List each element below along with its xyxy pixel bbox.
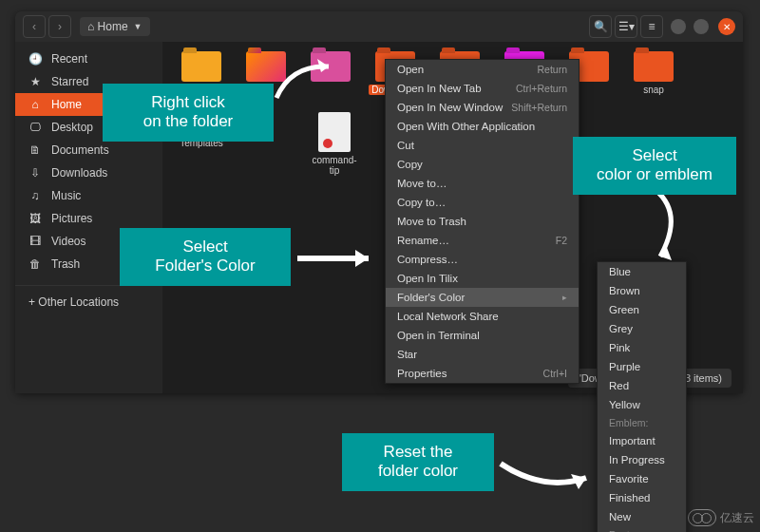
menu-label: Rename… (397, 235, 449, 246)
arrow-icon (496, 445, 600, 502)
menu-item[interactable]: Move to Trash (386, 212, 579, 231)
arrow-icon (627, 185, 694, 271)
menu-item[interactable]: Open In New WindowShift+Return (386, 98, 579, 117)
callout-reset: Reset thefolder color (342, 433, 494, 491)
menu-item[interactable]: OpenReturn (386, 60, 579, 79)
home-icon: ⌂ (87, 20, 94, 33)
sidebar-label: Recent (51, 52, 87, 66)
sidebar-label: Trash (51, 257, 80, 271)
sidebar-icon: 🖵 (28, 121, 42, 134)
other-locations[interactable]: + Other Locations (15, 285, 162, 314)
menu-item[interactable]: PropertiesCtrl+I (386, 364, 579, 383)
menu-label: Open With Other Application (397, 121, 535, 132)
menu-label: Cut (397, 140, 414, 151)
sidebar-label: Starred (51, 75, 88, 88)
menu-label: Folder's Color (397, 292, 465, 303)
submenu-header: Emblem: (598, 414, 686, 431)
sidebar-label: Music (51, 189, 81, 202)
menu-item[interactable]: Cut (386, 136, 579, 155)
emblem-option[interactable]: Favorite (598, 469, 686, 488)
color-submenu: BlueBrownGreenGreyPinkPurpleRedYellowEmb… (597, 261, 687, 532)
sidebar-icon: ♫ (28, 189, 42, 202)
chevron-down-icon: ▼ (134, 22, 142, 31)
sidebar-icon: 🗎 (28, 143, 42, 157)
menu-label: Move to Trash (397, 216, 466, 227)
sidebar-icon: ⇩ (28, 166, 42, 180)
menu-item[interactable]: Move to… (386, 174, 579, 193)
menu-label: Open In New Window (397, 102, 503, 113)
color-option[interactable]: Grey (598, 319, 686, 338)
folder-icon (181, 51, 221, 82)
emblem-option[interactable]: Finished (598, 488, 686, 507)
folder-item[interactable]: snap (628, 51, 679, 95)
view-toggle-button[interactable]: ☰▾ (615, 15, 637, 38)
sidebar-label: Home (51, 98, 82, 111)
file-item[interactable]: command-tip (309, 112, 360, 176)
close-button[interactable]: ✕ (718, 18, 735, 35)
back-button[interactable]: ‹ (23, 15, 46, 38)
minimize-button[interactable] (671, 19, 686, 34)
sidebar-item-recent[interactable]: 🕘Recent (15, 48, 162, 70)
color-option[interactable]: Red (598, 376, 686, 395)
sidebar-icon: 🗑 (28, 257, 42, 271)
menu-item[interactable]: Folder's Color▸ (386, 288, 579, 307)
folder-label: snap (643, 85, 664, 95)
menu-label: Star (397, 349, 417, 360)
titlebar: ‹ › ⌂ Home ▼ 🔍 ☰▾ ≡ ✕ (15, 11, 743, 42)
color-option[interactable]: Brown (598, 281, 686, 300)
menu-label: Open (397, 64, 424, 75)
color-option[interactable]: Green (598, 300, 686, 319)
color-option[interactable]: Yellow (598, 395, 686, 414)
callout-selectemblem: Selectcolor or emblem (573, 137, 736, 195)
menu-item[interactable]: Compress… (386, 250, 579, 269)
emblem-option[interactable]: Important (598, 431, 686, 450)
breadcrumb[interactable]: ⌂ Home ▼ (80, 17, 150, 36)
forward-button[interactable]: › (48, 15, 71, 38)
hamburger-menu-button[interactable]: ≡ (640, 15, 663, 38)
emblem-option[interactable]: New (598, 507, 686, 526)
menu-item[interactable]: Star (386, 345, 579, 364)
watermark: 亿速云 (688, 509, 754, 526)
sidebar-icon: 🎞 (28, 235, 42, 248)
sidebar-icon: ★ (28, 75, 42, 88)
menu-item[interactable]: Copy (386, 155, 579, 174)
menu-item[interactable]: Copy to… (386, 193, 579, 212)
sidebar-label: Videos (51, 235, 86, 248)
maximize-button[interactable] (694, 19, 709, 34)
menu-item[interactable]: Open In Tilix (386, 269, 579, 288)
menu-item[interactable]: Local Network Share (386, 307, 579, 326)
menu-item[interactable]: Rename…F2 (386, 231, 579, 250)
sidebar-item-pictures[interactable]: 🖼Pictures (15, 207, 162, 230)
context-menu: OpenReturnOpen In New TabCtrl+ReturnOpen… (385, 59, 580, 384)
sidebar-item-documents[interactable]: 🗎Documents (15, 139, 162, 162)
menu-item[interactable]: Open in Terminal (386, 326, 579, 345)
sidebar-item-music[interactable]: ♫Music (15, 184, 162, 207)
chevron-right-icon: ▸ (562, 293, 567, 302)
callout-selectcolor: SelectFolder's Color (120, 228, 291, 286)
color-option[interactable]: Pink (598, 338, 686, 357)
arrow-icon (293, 239, 388, 277)
shortcut-label: Shift+Return (511, 102, 567, 113)
menu-item[interactable]: Open In New TabCtrl+Return (386, 79, 579, 98)
callout-rightclick: Right clickon the folder (103, 84, 274, 142)
sidebar-label: Downloads (51, 166, 107, 180)
menu-label: Properties (397, 368, 446, 379)
sidebar-icon: 🖼 (28, 212, 42, 225)
sidebar-icon: 🕘 (28, 52, 42, 66)
menu-item[interactable]: Open With Other Application (386, 117, 579, 136)
menu-label: Copy to… (397, 197, 446, 208)
menu-label: Open In New Tab (397, 83, 482, 94)
sidebar-item-downloads[interactable]: ⇩Downloads (15, 162, 162, 184)
menu-label: Open in Terminal (397, 330, 480, 341)
search-button[interactable]: 🔍 (589, 15, 612, 38)
menu-label: Copy (397, 159, 423, 170)
shortcut-label: F2 (556, 235, 567, 246)
emblem-option[interactable]: In Progress (598, 450, 686, 469)
breadcrumb-label: Home (98, 20, 128, 33)
color-option[interactable]: Purple (598, 357, 686, 376)
submenu-header: Restore: (598, 526, 686, 532)
sidebar-label: Pictures (51, 212, 92, 225)
menu-label: Local Network Share (397, 311, 499, 322)
shortcut-label: Ctrl+I (543, 368, 567, 379)
watermark-logo-icon (688, 509, 716, 526)
